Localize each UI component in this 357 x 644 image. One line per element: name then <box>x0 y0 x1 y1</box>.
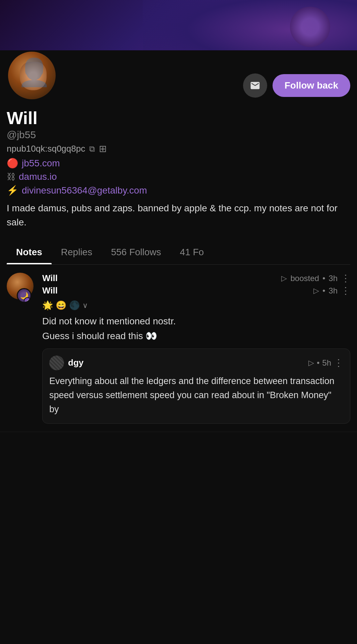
warning-icon: 🔴 <box>7 158 18 169</box>
reaction-row: 🌟 😄 🌑 ∨ <box>42 300 350 311</box>
more-options-icon[interactable]: ⋮ <box>341 273 350 284</box>
post-card: 🌙 ✓ Will ▷ boosted • 3h ⋮ Will <box>0 265 357 432</box>
tab-replies[interactable]: Replies <box>52 240 102 264</box>
website1-text: jb55.com <box>22 158 60 169</box>
post-header: 🌙 ✓ Will ▷ boosted • 3h ⋮ Will <box>7 273 350 423</box>
quoted-header: dgy ▷ • 5h ⋮ <box>49 356 343 370</box>
zap-icon: ⚡ <box>7 185 18 196</box>
post-author-name: Will <box>42 273 58 283</box>
qr-icon[interactable]: ⊞ <box>99 143 107 154</box>
lightning-link[interactable]: ⚡ divinesun56364@getalby.com <box>7 185 350 196</box>
website2-link[interactable]: ⛓ damus.io <box>7 171 350 182</box>
post-avatar-sub: 🌙 ✓ <box>17 288 32 303</box>
boost-label: boosted <box>290 274 319 283</box>
profile-top-row: Follow back <box>7 50 350 106</box>
follow-back-button[interactable]: Follow back <box>273 74 350 97</box>
profile-bio: I made damus, pubs and zaps. banned by a… <box>7 201 350 229</box>
post-time1: 3h <box>329 274 338 283</box>
bullet: • <box>322 274 325 283</box>
post-meta: ▷ boosted • 3h ⋮ <box>281 273 350 284</box>
npub-text: npub10qk:sq0gq8pc <box>7 144 85 154</box>
verified-badge: ✓ <box>24 297 31 303</box>
website1-link[interactable]: 🔴 jb55.com <box>7 158 350 169</box>
feed: 🌙 ✓ Will ▷ boosted • 3h ⋮ Will <box>0 265 357 432</box>
action-buttons: Follow back <box>243 73 350 98</box>
avatar-image <box>8 52 56 99</box>
website2-text: damus.io <box>19 171 57 182</box>
reaction-moon: 🌑 <box>69 300 80 311</box>
profile-name: Will <box>7 109 350 128</box>
quoted-bullet: • <box>317 358 319 368</box>
quoted-text: Everything about all the ledgers and the… <box>49 374 343 417</box>
post-content: Will ▷ boosted • 3h ⋮ Will ▷ • 3h <box>42 273 350 423</box>
quoted-post: dgy ▷ • 5h ⋮ Everything about all the le… <box>42 348 350 424</box>
message-button[interactable] <box>243 73 267 98</box>
tabs-row: Notes Replies 556 Follows 41 Fo <box>7 240 350 265</box>
boost-icon: ▷ <box>281 274 287 283</box>
profile-section: Follow back Will @jb55 npub10qk:sq0gq8pc… <box>0 50 357 265</box>
quoted-author-name: dgy <box>68 358 83 368</box>
profile-info: Will @jb55 npub10qk:sq0gq8pc ⧉ ⊞ 🔴 jb55.… <box>7 106 350 235</box>
more-options-icon2[interactable]: ⋮ <box>341 285 350 296</box>
chain-icon: ⛓ <box>7 172 15 182</box>
post-second-line: Will ▷ • 3h ⋮ <box>42 285 350 296</box>
quoted-avatar-inner <box>49 356 64 370</box>
quoted-more-icon[interactable]: ⋮ <box>334 357 343 368</box>
boost-icon2: ▷ <box>313 286 319 295</box>
post-author2-name: Will <box>42 285 58 296</box>
post-time2: 3h <box>329 286 338 296</box>
post-text: Did not know it mentioned nostr.Guess i … <box>42 314 350 343</box>
tab-follows[interactable]: 556 Follows <box>102 240 170 264</box>
post-meta2: ▷ • 3h ⋮ <box>313 285 350 296</box>
post-top-line: Will ▷ boosted • 3h ⋮ <box>42 273 350 284</box>
envelope-icon <box>250 80 260 91</box>
quoted-boost-icon: ▷ <box>308 359 314 367</box>
reaction-smile: 😄 <box>56 300 66 311</box>
quoted-avatar <box>49 356 64 370</box>
profile-links: 🔴 jb55.com ⛓ damus.io ⚡ divinesun56364@g… <box>7 158 350 196</box>
copy-icon[interactable]: ⧉ <box>89 144 95 154</box>
avatar <box>7 50 57 101</box>
npub-row: npub10qk:sq0gq8pc ⧉ ⊞ <box>7 143 350 154</box>
reaction-star: 🌟 <box>42 300 53 311</box>
expand-button[interactable]: ∨ <box>82 301 88 310</box>
quoted-meta: ▷ • 5h ⋮ <box>308 357 343 368</box>
quoted-time: 5h <box>322 358 331 368</box>
tab-notes[interactable]: Notes <box>7 240 52 264</box>
bullet2: • <box>322 286 325 296</box>
tab-followers[interactable]: 41 Fo <box>171 240 214 264</box>
profile-handle: @jb55 <box>7 129 350 141</box>
lightning-text: divinesun56364@getalby.com <box>22 185 147 196</box>
post-avatar-stack: 🌙 ✓ <box>7 273 37 300</box>
